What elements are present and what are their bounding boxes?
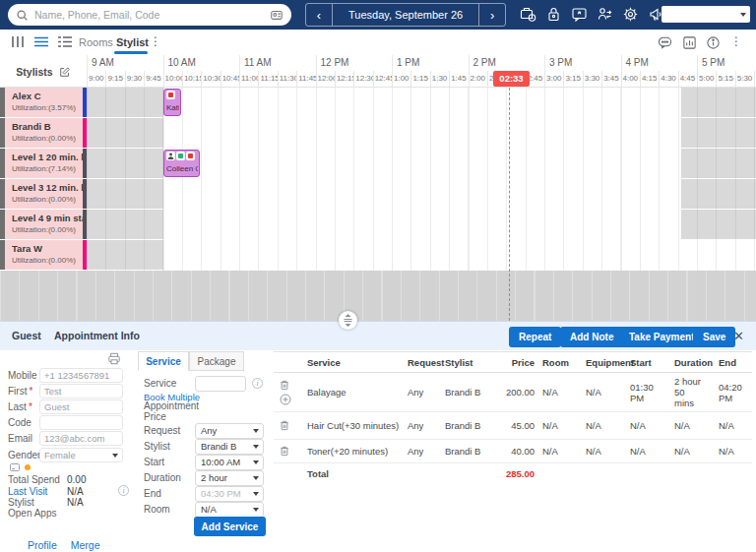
tab-options-kebab-icon[interactable]: ⋮: [150, 34, 161, 48]
request-select[interactable]: Any: [195, 423, 264, 439]
time-tick: 12:30: [353, 71, 372, 87]
appointment-block[interactable]: Kath: [163, 89, 181, 116]
close-panel-icon[interactable]: ✕: [733, 329, 744, 343]
settings-gear-icon[interactable]: [622, 6, 639, 23]
spacer: [536, 470, 580, 476]
duration-select[interactable]: 2 hour: [195, 470, 264, 486]
stylist-select[interactable]: Brandi B: [195, 439, 264, 455]
info-icon[interactable]: i: [118, 485, 129, 496]
panel-resize-handle[interactable]: [339, 311, 357, 330]
service-row: Toner(+20 minutes)AnyBrandi B40.00N/AN/A…: [274, 440, 752, 463]
time-tick: 9:00: [87, 71, 105, 87]
cell: 200.00: [489, 384, 536, 400]
total-value: 285.00: [489, 465, 536, 482]
info-icon[interactable]: [706, 35, 721, 50]
delete-service-icon[interactable]: [280, 380, 289, 391]
stylist-name-cell[interactable]: Level 4 9 min stand-upUtilization:(0.00%…: [5, 210, 83, 239]
repeat-button[interactable]: Repeat: [509, 327, 561, 347]
column-header: Duration: [668, 354, 713, 371]
reports-icon[interactable]: [682, 35, 697, 50]
add-line-icon[interactable]: [280, 394, 291, 405]
tab-guest[interactable]: Guest: [12, 330, 41, 341]
delete-service-icon[interactable]: [280, 420, 289, 431]
more-kebab-icon[interactable]: ⋮: [730, 34, 742, 48]
room-select[interactable]: N/A: [195, 502, 264, 518]
agenda-view-icon[interactable]: [57, 35, 73, 48]
service-info-icon[interactable]: i: [252, 378, 263, 389]
add-note-button[interactable]: Add Note: [560, 327, 623, 347]
appointment-block[interactable]: Colleen G: [163, 150, 200, 177]
list-view-icon[interactable]: [33, 35, 49, 48]
cell: Balayage: [303, 384, 408, 400]
date-navigator: ‹ Tuesday, September 26 ›: [305, 3, 506, 27]
code-input[interactable]: [39, 415, 123, 430]
time-tick: 11:30: [278, 71, 296, 87]
profile-link[interactable]: Profile: [28, 539, 57, 551]
merge-link[interactable]: Merge: [71, 539, 100, 551]
scan-id-icon[interactable]: [270, 8, 284, 22]
next-day-button[interactable]: ›: [479, 4, 505, 26]
column-header: Request: [408, 354, 445, 371]
tab-stylist[interactable]: Stylist: [116, 36, 149, 48]
cell: Any: [408, 443, 445, 460]
stylist-name-cell[interactable]: Level 1 20 min. laydownUtilization:(7.14…: [5, 149, 83, 178]
stylist-row: Level 1 20 min. laydownUtilization:(7.14…: [0, 149, 756, 179]
guest-field-last: Last*Guest: [8, 399, 131, 414]
lock-icon[interactable]: [545, 6, 562, 23]
tab-rooms[interactable]: Rooms: [79, 36, 113, 48]
time-tick: 3:30: [583, 71, 601, 87]
stylist-name-cell[interactable]: Alex CUtilization:(3.57%): [5, 88, 83, 117]
end-select[interactable]: 04:30 PM: [195, 486, 264, 502]
guest-search[interactable]: [8, 4, 291, 26]
start-select[interactable]: 10:00 AM: [195, 455, 264, 470]
email-input[interactable]: 123@abc.com: [39, 431, 123, 446]
current-date-label[interactable]: Tuesday, September 26: [332, 4, 479, 26]
stylist-row: Tara WUtilization:(0.00%): [0, 240, 756, 271]
stat-value: N/A: [67, 497, 84, 508]
take-payment-button[interactable]: Take Payment: [619, 327, 705, 347]
view-toolbar: Rooms Stylist ⋮ ⋮: [0, 30, 756, 55]
column-header: Price: [489, 354, 536, 371]
stylist-name-cell[interactable]: Tara WUtilization:(0.00%): [5, 240, 83, 270]
field-label: Duration: [144, 472, 181, 483]
print-icon[interactable]: [107, 352, 121, 365]
time-tick: 5:00: [697, 71, 716, 87]
hour-label: 3 PM: [544, 55, 621, 71]
tab-appointment-info[interactable]: Appointment Info: [54, 330, 140, 341]
mobile-input[interactable]: +1 1234567891: [39, 368, 123, 383]
field-label: End: [144, 488, 161, 499]
save-button[interactable]: Save: [693, 327, 735, 347]
service-row: Hair Cut(+30 minutes)AnyBrandi B45.00N/A…: [274, 412, 752, 440]
last-visit-link[interactable]: Last Visit: [8, 486, 47, 497]
cell: Any: [408, 417, 445, 434]
stylist-name-cell[interactable]: Brandi BUtilization:(0.00%): [5, 118, 83, 148]
cell: N/A: [536, 443, 580, 460]
comments-icon[interactable]: [658, 35, 672, 50]
column-view-icon[interactable]: [10, 35, 26, 48]
guest-flow-icon[interactable]: [597, 6, 613, 23]
feedback-icon[interactable]: [571, 6, 588, 23]
prev-day-button[interactable]: ‹: [306, 4, 332, 26]
column-header: Service: [303, 354, 408, 371]
search-input[interactable]: [34, 9, 264, 21]
center-selector-dropdown[interactable]: [662, 6, 750, 23]
first-input[interactable]: Test: [39, 384, 123, 399]
cell: 2 hour 50 mins: [668, 373, 713, 411]
tab-service[interactable]: Service: [138, 351, 189, 371]
stylist-name-cell[interactable]: Level 3 12 min. laydownUtilization:(0.00…: [5, 179, 83, 209]
register-icon[interactable]: [520, 6, 536, 23]
add-service-button[interactable]: Add Service: [194, 517, 266, 536]
stylist-name: Brandi B: [12, 121, 83, 132]
last-input[interactable]: Guest: [39, 399, 123, 414]
gender-input[interactable]: Female: [39, 448, 123, 462]
cell: N/A: [668, 417, 713, 434]
delete-service-icon[interactable]: [280, 446, 289, 457]
tab-package[interactable]: Package: [189, 351, 244, 371]
red-status-icon: [166, 91, 175, 99]
guest-stat-open-apps: Open Apps: [8, 508, 131, 520]
table-total-row: Total285.00: [274, 463, 752, 483]
time-tick: 1:45: [449, 71, 468, 87]
offtime-morning: [87, 149, 163, 178]
cell: N/A: [624, 417, 668, 434]
service-input[interactable]: [195, 376, 246, 392]
